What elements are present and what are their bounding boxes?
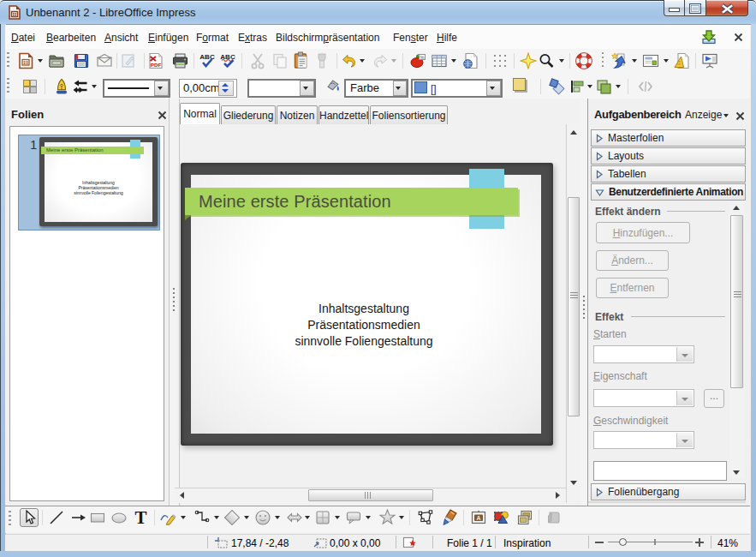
svg-text:ABC: ABC (199, 53, 215, 61)
svg-text:PDF: PDF (151, 62, 162, 68)
svg-text:%: % (420, 55, 425, 60)
svg-text:A: A (476, 515, 480, 521)
